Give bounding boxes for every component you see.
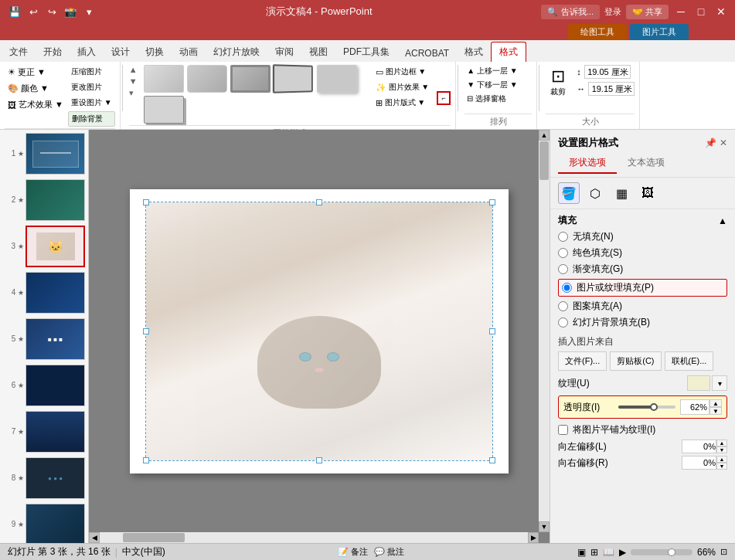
offset-left-input[interactable] (682, 440, 716, 453)
tile-checkbox[interactable] (558, 425, 568, 435)
shape-icon-btn[interactable]: ⬡ (584, 182, 606, 204)
tab-format-picture[interactable]: 格式 (491, 42, 526, 62)
reset-picture-button[interactable]: 重设图片 ▼ (68, 96, 115, 110)
search-box[interactable]: 🔍 告诉我... (541, 5, 600, 19)
drawing-tools-tab[interactable]: 绘图工具 (568, 24, 627, 40)
panel-pin-button[interactable]: 📌 (705, 137, 716, 148)
present-button[interactable]: 📸 (62, 3, 79, 20)
slideshow-button[interactable]: ▶ (619, 547, 626, 558)
tile-checkbox-row[interactable]: 将图片平铺为纹理(I) (558, 423, 727, 436)
fit-slide-button[interactable]: ⊡ (720, 547, 727, 557)
picture-fill-radio[interactable] (562, 283, 572, 293)
tab-format-drawing[interactable]: 格式 (457, 42, 491, 62)
tab-text-options[interactable]: 文本选项 (617, 153, 675, 174)
no-fill-option[interactable]: 无填充(N) (558, 230, 727, 243)
slide-item-3[interactable]: 3 ★ 🐱 (6, 226, 85, 267)
notes-button[interactable]: 📝 备注 (338, 546, 368, 558)
correction-button[interactable]: ☀ 更正 ▼ (5, 65, 66, 80)
comments-button[interactable]: 💬 批注 (374, 546, 404, 558)
color-button[interactable]: 🎨 颜色 ▼ (5, 81, 66, 96)
offset-right-down[interactable]: ▼ (716, 463, 727, 470)
style-thumb-3[interactable] (230, 65, 271, 93)
send-back-button[interactable]: ▼ 下移一层 ▼ (464, 79, 519, 91)
picture-border-button[interactable]: ▭ 图片边框 ▼ (373, 65, 433, 79)
share-button[interactable]: 🤝 共享 (626, 5, 669, 19)
slide-item-8[interactable]: 8 ★ ● ● ● (6, 457, 85, 499)
zoom-slider[interactable] (631, 549, 692, 555)
solid-fill-option[interactable]: 纯色填充(S) (558, 246, 727, 260)
slide-item-6[interactable]: 6 ★ (6, 365, 85, 406)
quick-access-more[interactable]: ▾ (80, 3, 97, 20)
tab-view[interactable]: 视图 (301, 42, 335, 62)
scroll-down-button[interactable]: ▼ (539, 521, 550, 532)
slide-item-2[interactable]: 2 ★ (6, 179, 85, 221)
login-button[interactable]: 登录 (604, 6, 621, 18)
style-thumb-5[interactable] (317, 65, 357, 93)
tab-transitions[interactable]: 切换 (138, 42, 172, 62)
scroll-right-button[interactable]: ▶ (528, 532, 539, 543)
styles-dialog-launcher[interactable]: ⌐ (437, 91, 451, 105)
transparency-track[interactable] (618, 406, 675, 409)
handle-mr[interactable] (489, 328, 495, 334)
h-scroll-thumb[interactable] (123, 533, 185, 542)
slideshow-fill-option[interactable]: 幻灯片背景填充(B) (558, 316, 727, 329)
remove-bg-button[interactable]: 删除背景 (68, 111, 115, 127)
picture-layout-button[interactable]: ⊞ 图片版式 ▼ (373, 96, 433, 110)
compress-button[interactable]: 压缩图片 (68, 65, 115, 79)
no-fill-radio[interactable] (558, 232, 568, 242)
offset-right-up[interactable]: ▲ (716, 456, 727, 463)
texture-dropdown[interactable]: ▾ (712, 375, 727, 391)
redo-button[interactable]: ↪ (43, 3, 60, 20)
slide-item-4[interactable]: 4 ★ (6, 272, 85, 314)
style-thumb-6[interactable] (144, 96, 184, 124)
fill-icon-btn[interactable]: 🪣 (558, 182, 580, 204)
maximize-button[interactable]: □ (693, 4, 709, 19)
layout-icon-btn[interactable]: ▦ (611, 182, 632, 204)
normal-view-button[interactable]: ▣ (577, 547, 586, 558)
style-thumb-4[interactable] (272, 64, 312, 93)
zoom-thumb[interactable] (668, 548, 675, 556)
tab-slideshow[interactable]: 幻灯片放映 (206, 42, 267, 62)
picture-fill-option[interactable]: 图片或纹理填充(P) (558, 279, 727, 297)
offset-left-up[interactable]: ▲ (716, 440, 727, 446)
slideshow-fill-radio[interactable] (558, 317, 568, 328)
tab-shape-options[interactable]: 形状选项 (558, 153, 617, 174)
tab-pdf[interactable]: PDF工具集 (335, 42, 397, 62)
offset-left-down[interactable]: ▼ (716, 446, 727, 453)
handle-tl[interactable] (143, 199, 149, 205)
gradient-fill-radio[interactable] (558, 264, 568, 274)
handle-bl[interactable] (143, 457, 149, 463)
scroll-up-button[interactable]: ▲ (539, 130, 550, 141)
styles-scroll-up[interactable]: ▲ (129, 65, 138, 74)
tab-acrobat[interactable]: ACROBAT (397, 45, 457, 62)
width-input[interactable] (588, 82, 635, 96)
handle-br[interactable] (489, 457, 495, 463)
tab-review[interactable]: 审阅 (267, 42, 301, 62)
tab-insert[interactable]: 插入 (70, 42, 104, 62)
slide-item-9[interactable]: 9 ★ (6, 504, 85, 543)
styles-scroll-down[interactable]: ▼ (129, 76, 138, 86)
tab-file[interactable]: 文件 (2, 42, 36, 62)
handle-bc[interactable] (316, 457, 322, 463)
clipboard-button[interactable]: 剪贴板(C) (610, 351, 661, 371)
minimize-button[interactable]: ─ (673, 4, 689, 19)
slide-item-7[interactable]: 7 ★ (6, 411, 85, 453)
bring-forward-button[interactable]: ▲ 上移一层 ▼ (464, 65, 519, 77)
panel-close-button[interactable]: ✕ (720, 137, 727, 148)
slide-item-5[interactable]: 5 ★ ■ ■ ■ (6, 318, 85, 360)
scroll-thumb[interactable] (539, 141, 549, 180)
file-button[interactable]: 文件(F)... (558, 351, 607, 371)
picture-effect-button[interactable]: ✨ 图片效果 ▼ (373, 80, 433, 94)
crop-button[interactable]: ⊡ 裁剪 (546, 65, 570, 99)
pattern-fill-radio[interactable] (558, 301, 568, 311)
height-input[interactable] (584, 65, 631, 79)
transparency-up[interactable]: ▲ (709, 399, 722, 407)
transparency-input[interactable] (680, 399, 709, 415)
change-picture-button[interactable]: 更改图片 (68, 80, 115, 94)
handle-tc[interactable] (316, 199, 322, 205)
handle-tr[interactable] (489, 199, 495, 205)
art-effect-button[interactable]: 🖼 艺术效果 ▼ (5, 97, 66, 112)
style-thumb-1[interactable] (144, 65, 184, 93)
scroll-left-button[interactable]: ◀ (89, 532, 100, 543)
close-button[interactable]: ✕ (713, 4, 729, 19)
